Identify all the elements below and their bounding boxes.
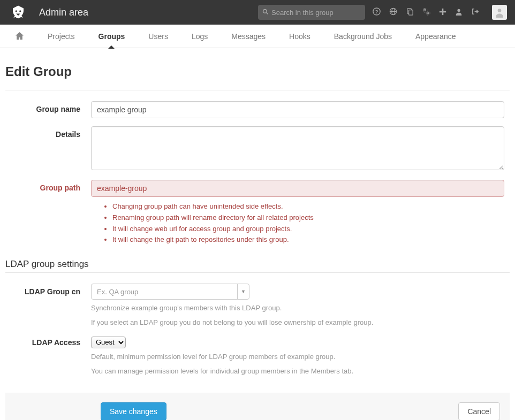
divider [5,272,510,273]
plus-icon[interactable] [439,8,446,17]
page-title: Edit Group [5,64,510,79]
ldap-access-select[interactable]: Guest [91,337,126,348]
svg-point-10 [427,12,429,14]
copy-icon[interactable] [406,7,414,17]
warning-item: Changing group path can have unintended … [112,201,504,212]
input-group-path[interactable] [91,180,504,197]
warning-item: It will change the git path to repositor… [112,234,504,246]
input-details[interactable] [91,126,504,170]
row-group-name: Group name [5,101,510,118]
avatar[interactable] [492,5,507,20]
actions-bar: Save changes Cancel [5,393,510,420]
tab-logs[interactable]: Logs [180,25,219,48]
user-icon[interactable] [455,8,463,17]
svg-point-13 [457,9,460,11]
warning-item: It will change web url for access group … [112,224,504,235]
row-ldap-access: LDAP Access Guest Default, minimum permi… [5,337,510,377]
label-group-path: Group path [5,180,91,246]
signout-icon[interactable] [471,7,479,17]
gears-icon[interactable] [422,7,430,17]
tab-appearance[interactable]: Appearance [404,25,468,48]
help-icon[interactable]: ? [373,7,381,17]
ldap-cn-input[interactable] [92,288,237,296]
header-icons: ? [373,5,507,20]
search-input[interactable] [271,9,361,17]
search-icon [262,9,269,17]
label-group-name: Group name [5,101,91,118]
ldap-section-title: LDAP group settings [5,259,510,270]
svg-line-1 [267,12,268,14]
ldap-cn-help1: Synchronize example group's members with… [91,303,504,314]
row-ldap-cn: LDAP Group cn ▼ Synchronize example grou… [5,284,510,329]
row-group-path: Group path Changing group path can have … [5,180,510,246]
svg-text:?: ? [375,9,378,14]
row-details: Details [5,126,510,172]
save-button[interactable]: Save changes [101,402,166,420]
svg-point-14 [498,9,502,12]
globe-icon[interactable] [389,7,397,17]
header-title: Admin area [39,7,88,18]
svg-point-0 [263,9,267,13]
tab-background-jobs[interactable]: Background Jobs [322,25,404,48]
search-box[interactable] [258,5,365,20]
svg-rect-12 [440,11,446,12]
divider [5,90,510,90]
tab-groups[interactable]: Groups [87,25,137,48]
ldap-access-help2: You can manage permission levels for ind… [91,366,504,377]
label-ldap-cn: LDAP Group cn [5,284,91,329]
home-tab[interactable] [15,25,31,48]
tab-projects[interactable]: Projects [36,25,87,48]
nav-tabs: Projects Groups Users Logs Messages Hook… [0,25,515,48]
group-path-warnings: Changing group path can have unintended … [91,201,504,246]
chevron-down-icon[interactable]: ▼ [237,284,249,299]
tab-messages[interactable]: Messages [219,25,277,48]
tab-hooks[interactable]: Hooks [277,25,322,48]
top-header: Admin area ? [0,0,515,25]
ldap-cn-help2: If you select an LDAP group you do not b… [91,317,504,329]
label-ldap-access: LDAP Access [5,337,91,377]
app-logo[interactable] [8,2,28,22]
svg-point-9 [424,9,426,11]
content: Edit Group Group name Details Group path… [0,48,515,420]
tab-users[interactable]: Users [137,25,180,48]
input-group-name[interactable] [91,101,504,118]
ldap-access-help1: Default, minimum permission level for LD… [91,352,504,363]
ldap-cn-combo[interactable]: ▼ [91,284,249,300]
cancel-button[interactable]: Cancel [458,402,500,420]
svg-rect-8 [409,10,413,15]
label-details: Details [5,126,91,172]
warning-item: Renaming group path will rename director… [112,212,504,224]
